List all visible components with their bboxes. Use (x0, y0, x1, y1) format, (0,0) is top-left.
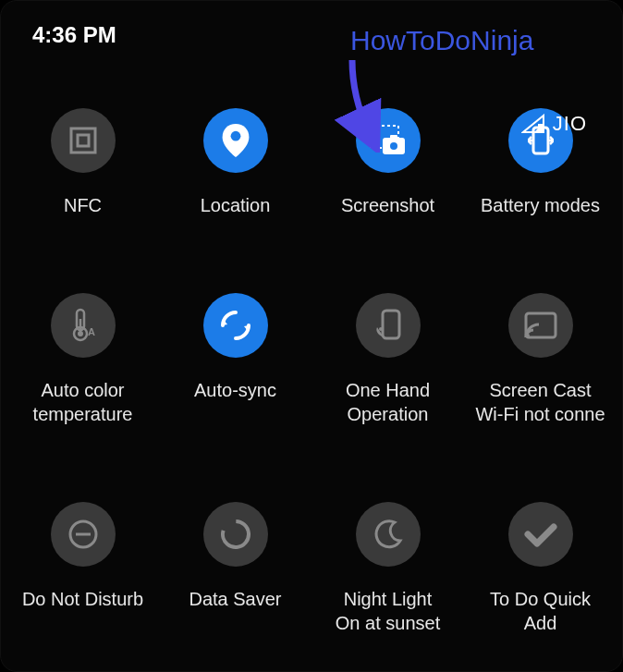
svg-point-2 (230, 131, 240, 141)
svg-point-15 (379, 327, 383, 331)
data-saver-icon (203, 502, 268, 567)
tile-auto-color-temperature[interactable]: A Auto color temperature (6, 293, 159, 426)
tile-one-hand-operation[interactable]: One Hand Operation (312, 293, 464, 426)
nfc-icon (51, 108, 116, 173)
tile-label: Battery modes (477, 193, 604, 217)
svg-rect-16 (526, 313, 556, 337)
svg-rect-1 (78, 135, 89, 146)
quick-settings-grid: NFC Location Screenshot (1, 108, 622, 635)
tile-do-not-disturb[interactable]: Do Not Disturb (6, 502, 159, 635)
tile-label: NFC (60, 193, 105, 217)
tile-screen-cast[interactable]: Screen Cast Wi-Fi not conne (464, 293, 617, 426)
tile-label: Screenshot (337, 193, 438, 217)
clock-time: 4:36 PM (32, 22, 116, 48)
svg-rect-0 (71, 128, 95, 153)
thermometer-icon: A (51, 293, 116, 358)
svg-point-5 (390, 142, 397, 150)
carrier-label: JIO (553, 112, 587, 136)
cellular-signal-icon (521, 114, 545, 134)
tile-night-light[interactable]: Night Light On at sunset (312, 502, 464, 635)
tile-label: Night Light On at sunset (332, 587, 444, 635)
screenshot-icon (356, 108, 421, 173)
svg-text:A: A (88, 326, 95, 337)
cast-icon (508, 293, 573, 358)
tile-label: Do Not Disturb (18, 587, 147, 611)
moon-icon (356, 502, 421, 567)
tile-data-saver[interactable]: Data Saver (159, 502, 312, 635)
svg-point-20 (219, 518, 252, 551)
svg-point-17 (526, 334, 530, 337)
tile-location[interactable]: Location (159, 108, 312, 217)
status-right: JIO (521, 112, 587, 136)
tile-label: Location (197, 193, 275, 217)
dnd-icon (51, 502, 116, 567)
tile-auto-sync[interactable]: Auto-sync (159, 293, 312, 426)
check-icon (508, 502, 573, 567)
svg-rect-14 (383, 311, 399, 338)
tile-label: Auto color temperature (30, 378, 137, 426)
tile-label: Data Saver (185, 587, 285, 611)
tile-screenshot[interactable]: Screenshot (312, 108, 464, 217)
tile-label: Screen Cast Wi-Fi not conne (471, 378, 608, 426)
one-hand-icon (356, 293, 421, 358)
svg-rect-6 (390, 135, 397, 139)
tile-nfc[interactable]: NFC (6, 108, 159, 217)
tile-label: One Hand Operation (342, 378, 434, 426)
quick-settings-panel: 4:36 PM JIO HowToDoNinja (0, 0, 623, 672)
tile-label: To Do Quick Add (486, 587, 594, 635)
tile-todo-quick-add[interactable]: To Do Quick Add (464, 502, 617, 635)
sync-icon (203, 293, 268, 358)
location-pin-icon (203, 108, 268, 173)
annotation-text: HowToDoNinja (350, 25, 533, 56)
tile-label: Auto-sync (190, 378, 280, 402)
